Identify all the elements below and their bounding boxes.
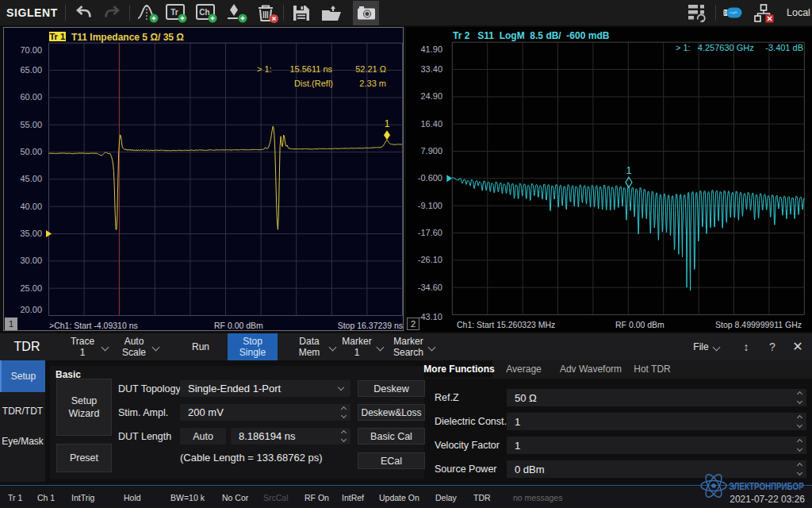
svg-text:1: 1 [385, 118, 390, 129]
svg-text:Tr: Tr [170, 8, 178, 17]
svg-text:1: 1 [626, 165, 632, 176]
svg-text:Ch: Ch [199, 8, 209, 17]
